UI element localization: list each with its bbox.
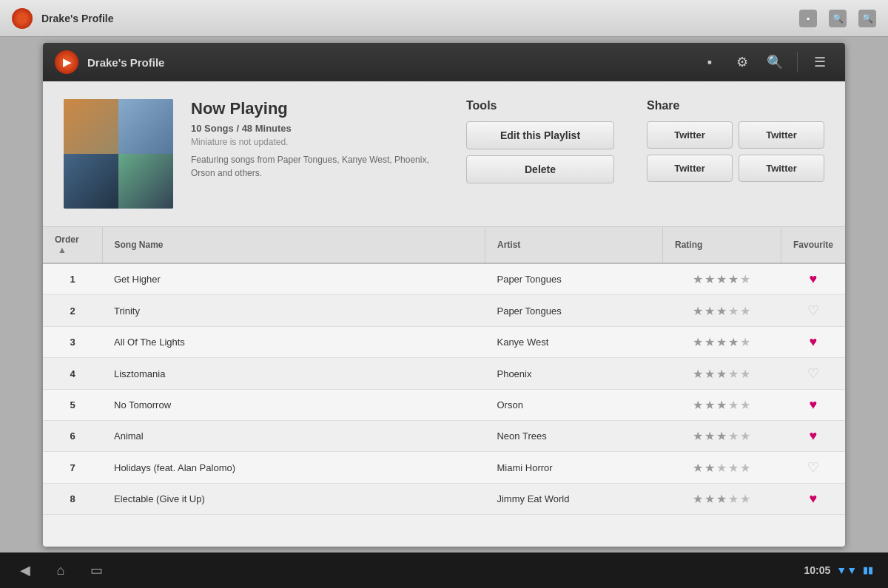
star-icon: ★ (716, 367, 727, 381)
song-favourite[interactable]: ♥ (781, 484, 845, 515)
share-twitter-btn-4[interactable]: Twitter (739, 155, 824, 182)
album-art-cell-1 (64, 99, 118, 154)
share-twitter-btn-1[interactable]: Twitter (647, 121, 733, 149)
star-icon: ★ (693, 429, 703, 443)
song-rating[interactable]: ★★★★★ (662, 295, 781, 327)
table-row[interactable]: 1 Get Higher Paper Tongues ★★★★★ ♥ (43, 263, 845, 295)
star-icon: ★ (728, 335, 739, 349)
song-tbody: 1 Get Higher Paper Tongues ★★★★★ ♥ 2 Tri… (43, 263, 845, 515)
star-icon: ★ (716, 461, 727, 475)
delete-playlist-button[interactable]: Delete (466, 155, 614, 183)
star-icon: ★ (704, 367, 715, 381)
th-song[interactable]: Song Name (102, 227, 485, 263)
star-icon: ★ (740, 461, 750, 475)
os-icon-search[interactable]: 🔍 (829, 10, 847, 27)
star-icon: ★ (716, 398, 727, 412)
now-playing-desc: Featuring songs from Paper Tongues, Kany… (191, 153, 448, 180)
tools-section: Tools Edit this Playlist Delete (466, 99, 629, 189)
star-icon: ★ (740, 272, 750, 286)
header-icon-notif[interactable]: ▪ (696, 49, 723, 75)
table-row[interactable]: 7 Holidays (feat. Alan Palomo) Miami Hor… (43, 452, 845, 484)
song-favourite[interactable]: ♡ (781, 358, 845, 390)
os-icon-notifications[interactable]: ▪ (799, 10, 817, 27)
app-window: ▶ Drake's Profile ▪ ⚙ 🔍 ☰ Now Playing 10… (43, 43, 845, 547)
song-rating[interactable]: ★★★★★ (662, 358, 781, 390)
song-favourite[interactable]: ♡ (781, 295, 845, 327)
table-row[interactable]: 6 Animal Neon Trees ★★★★★ ♥ (43, 421, 845, 452)
recents-icon[interactable]: ▭ (86, 560, 107, 581)
song-order: 7 (43, 452, 102, 484)
star-icon: ★ (716, 492, 727, 506)
song-favourite[interactable]: ♥ (781, 421, 845, 452)
star-icon: ★ (740, 398, 750, 412)
home-icon[interactable]: ⌂ (50, 560, 71, 581)
song-name: Animal (102, 421, 485, 452)
header-icon-search[interactable]: 🔍 (761, 49, 788, 75)
song-artist: Phoenix (485, 358, 662, 390)
table-row[interactable]: 4 Lisztomania Phoenix ★★★★★ ♡ (43, 358, 845, 390)
share-twitter-btn-3[interactable]: Twitter (647, 155, 733, 182)
star-icon: ★ (716, 272, 727, 286)
tools-label: Tools (466, 99, 629, 112)
th-artist[interactable]: Artist (485, 227, 662, 263)
star-icon: ★ (740, 429, 750, 443)
song-name: Holidays (feat. Alan Palomo) (102, 452, 485, 484)
share-label: Share (647, 99, 824, 112)
star-icon: ★ (740, 367, 750, 381)
star-icon: ★ (740, 492, 750, 506)
song-order: 2 (43, 295, 102, 327)
header-icon-settings[interactable]: ⚙ (729, 49, 756, 75)
th-order[interactable]: Order ▲ (43, 227, 102, 263)
star-icon: ★ (704, 272, 715, 286)
song-favourite[interactable]: ♥ (781, 263, 845, 295)
star-icon: ★ (740, 335, 750, 349)
song-artist: Paper Tongues (485, 263, 662, 295)
now-playing-sub: Miniature is not updated. (191, 137, 448, 147)
star-icon: ★ (740, 304, 750, 318)
bottom-status: 10:05 ▼▼ ▮▮ (804, 564, 873, 576)
song-rating[interactable]: ★★★★★ (662, 484, 781, 515)
song-rating[interactable]: ★★★★★ (662, 390, 781, 421)
star-icon: ★ (704, 492, 715, 506)
song-rating[interactable]: ★★★★★ (662, 421, 781, 452)
table-row[interactable]: 8 Electable (Give it Up) Jimmy Eat World… (43, 484, 845, 515)
song-order: 8 (43, 484, 102, 515)
song-rating[interactable]: ★★★★★ (662, 327, 781, 358)
back-icon[interactable]: ◀ (15, 560, 36, 581)
table-row[interactable]: 2 Trinity Paper Tongues ★★★★★ ♡ (43, 295, 845, 327)
song-favourite[interactable]: ♥ (781, 327, 845, 358)
star-icon: ★ (693, 367, 703, 381)
table-row[interactable]: 5 No Tomorrow Orson ★★★★★ ♥ (43, 390, 845, 421)
song-favourite[interactable]: ♥ (781, 390, 845, 421)
now-playing-info: Now Playing 10 Songs / 48 Minutes Miniat… (191, 99, 448, 180)
table-row[interactable]: 3 All Of The Lights Kanye West ★★★★★ ♥ (43, 327, 845, 358)
song-order: 4 (43, 358, 102, 390)
song-table-header: Order ▲ Song Name Artist Rating Favourit… (43, 227, 845, 263)
album-art-cell-3 (64, 154, 118, 209)
os-top-bar: Drake's Profile ▪ 🔍 🔍 (0, 0, 888, 37)
song-list[interactable]: Order ▲ Song Name Artist Rating Favourit… (43, 227, 845, 544)
star-icon: ★ (704, 461, 715, 475)
star-icon: ★ (704, 304, 715, 318)
song-rating[interactable]: ★★★★★ (662, 452, 781, 484)
song-order: 5 (43, 390, 102, 421)
song-favourite[interactable]: ♡ (781, 452, 845, 484)
edit-playlist-button[interactable]: Edit this Playlist (466, 121, 614, 149)
os-bottom-bar: ◀ ⌂ ▭ 10:05 ▼▼ ▮▮ (0, 552, 888, 588)
os-icon-menu[interactable]: 🔍 (858, 10, 876, 27)
song-artist: Miami Horror (485, 452, 662, 484)
star-icon: ★ (693, 492, 703, 506)
th-favourite[interactable]: Favourite (781, 227, 845, 263)
star-icon: ★ (716, 335, 727, 349)
star-icon: ★ (728, 398, 739, 412)
song-artist: Neon Trees (485, 421, 662, 452)
song-rating[interactable]: ★★★★★ (662, 263, 781, 295)
now-playing-meta: 10 Songs / 48 Minutes (191, 123, 448, 134)
song-artist: Paper Tongues (485, 295, 662, 327)
header-icon-hamburger[interactable]: ☰ (807, 49, 833, 75)
song-artist: Jimmy Eat World (485, 484, 662, 515)
share-twitter-btn-2[interactable]: Twitter (739, 121, 824, 149)
star-icon: ★ (728, 367, 739, 381)
share-section: Share Twitter Twitter Twitter Twitter (647, 99, 824, 182)
th-rating[interactable]: Rating (662, 227, 781, 263)
